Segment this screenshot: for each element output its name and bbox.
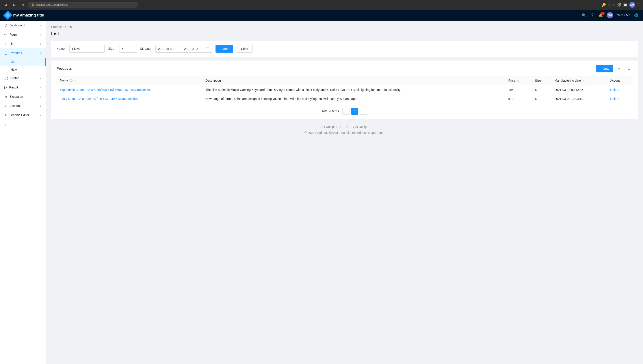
density-icon[interactable]: ⚙ bbox=[625, 65, 632, 72]
user-name[interactable]: Serati Ma bbox=[617, 14, 630, 17]
app-header: my amazing title 🔍 ❓ 🔔 11 SM Serati Ma 🌐 bbox=[0, 10, 643, 21]
reload-button[interactable]: ↻ bbox=[19, 2, 26, 8]
notification-badge: 11 bbox=[600, 12, 605, 15]
breadcrumb-parent[interactable]: Products bbox=[51, 25, 63, 28]
sort-icon-name[interactable]: ⇅ bbox=[74, 79, 76, 82]
pagination: Total 4 items ‹ 1 › bbox=[56, 108, 632, 115]
sidebar-item-graphic-editor[interactable]: ✏ Graphic Editor ∨ bbox=[0, 110, 46, 120]
url-text: localhost:8001/products/list bbox=[36, 3, 68, 6]
date-to-input[interactable] bbox=[184, 47, 204, 50]
search-button[interactable]: Search bbox=[216, 45, 233, 52]
cell-mfg-date-1: 2021-03-18 00:12:35 bbox=[551, 86, 607, 94]
chevron-down-icon: ∨ bbox=[40, 24, 41, 27]
notification-wrapper[interactable]: 🔔 11 bbox=[598, 13, 603, 18]
col-price-label: Price bbox=[508, 79, 515, 82]
col-header-mfg-date: Manufacturing date ⇅ bbox=[551, 76, 607, 86]
profile-icon: ◯ bbox=[5, 76, 8, 80]
col-header-price: Price ⇅ bbox=[505, 76, 532, 86]
prev-page-button[interactable]: ‹ bbox=[342, 108, 349, 115]
filter-group-size: Size： bbox=[108, 45, 137, 52]
browser-chrome: ◀ ▶ ↻ 🔒 localhost:8001/products/list 🔑 ▷… bbox=[0, 0, 643, 10]
page-1-button[interactable]: 1 bbox=[351, 108, 358, 115]
cell-actions-2: Delete bbox=[607, 94, 632, 104]
exception-icon: ⚠ bbox=[5, 95, 7, 98]
app-body: ⬡ Dashboard ∨ ✏ Form ∨ ⊞ List ∨ ◫ Produc… bbox=[0, 21, 643, 364]
table-header: Products + New ≡ ⚙ bbox=[56, 65, 632, 72]
sidebar-item-left: ▷ Result bbox=[5, 86, 18, 89]
lock-icon: 🔒 bbox=[31, 3, 34, 6]
sidebar-label-profile: Profile bbox=[10, 76, 19, 80]
name-filter-input[interactable] bbox=[69, 45, 105, 52]
translate-icon[interactable]: 🌐 bbox=[634, 13, 638, 18]
column-settings-icon[interactable]: ≡ bbox=[616, 65, 623, 72]
extension-icon[interactable]: 🔲 bbox=[623, 3, 627, 7]
sidebar-item-profile[interactable]: ◯ Profile ∨ bbox=[0, 74, 46, 83]
sidebar-sub-item-new[interactable]: New bbox=[0, 66, 46, 74]
delete-button-1[interactable]: Delete bbox=[610, 88, 619, 92]
sidebar-item-products[interactable]: ◫ Products ∧ bbox=[0, 48, 46, 58]
sidebar-item-dashboard[interactable]: ⬡ Dashboard ∨ bbox=[0, 21, 46, 30]
sidebar: ⬡ Dashboard ∨ ✏ Form ∨ ⊞ List ∨ ◫ Produc… bbox=[0, 21, 46, 364]
date-from-input[interactable] bbox=[158, 47, 178, 50]
browser-profile-avatar[interactable]: SM bbox=[629, 2, 635, 8]
sidebar-sub-item-list[interactable]: List bbox=[0, 58, 46, 66]
chevron-down-icon: ∨ bbox=[40, 33, 41, 36]
breadcrumb-separator: / bbox=[65, 25, 66, 28]
footer-links: Ant Design Pro ⊙ Ant Design bbox=[56, 124, 632, 129]
sidebar-item-left: ◫ Products bbox=[5, 51, 22, 55]
sidebar-item-account[interactable]: ◎ Account ∨ bbox=[0, 101, 46, 110]
page-title: List bbox=[51, 31, 638, 36]
sidebar-item-form[interactable]: ✏ Form ∨ bbox=[0, 30, 46, 39]
back-button[interactable]: ◀ bbox=[3, 2, 9, 8]
chevron-down-icon: ∨ bbox=[40, 114, 41, 117]
collapse-button[interactable]: ≡ bbox=[5, 124, 7, 127]
sidebar-label-form: Form bbox=[10, 33, 17, 36]
cell-actions-1: Delete bbox=[607, 86, 632, 94]
new-button[interactable]: + New bbox=[596, 65, 613, 72]
table-title: Products bbox=[56, 67, 72, 71]
next-page-button[interactable]: › bbox=[360, 108, 367, 115]
cell-size-2: 6 bbox=[532, 94, 551, 104]
col-description-label: Description bbox=[205, 79, 221, 82]
sidebar-item-list[interactable]: ⊞ List ∨ bbox=[0, 39, 46, 48]
delete-button-2[interactable]: Delete bbox=[610, 97, 619, 100]
star-icon[interactable]: ☆ bbox=[612, 3, 615, 7]
footer-copyright: © 2022 Produced by Ant Financial Experie… bbox=[56, 131, 632, 134]
forward-button[interactable]: ▶ bbox=[11, 2, 17, 8]
clear-button[interactable]: Clear bbox=[237, 45, 253, 52]
size-filter-input[interactable] bbox=[119, 45, 137, 52]
chevron-down-icon: ∨ bbox=[40, 42, 41, 45]
col-name-label: Name bbox=[60, 78, 68, 82]
sidebar-item-exception[interactable]: ⚠ Exception ∨ bbox=[0, 92, 46, 101]
sidebar-item-result[interactable]: ▷ Result ∨ bbox=[0, 83, 46, 92]
cell-size-1: 6 bbox=[532, 86, 551, 94]
sidebar-item-left: ✏ Graphic Editor bbox=[5, 113, 29, 117]
chevron-down-icon: ∨ bbox=[40, 104, 41, 108]
sort-icon-price[interactable]: ⇅ bbox=[517, 80, 519, 82]
col-header-name: Name ⓘ ⇅ bbox=[56, 76, 202, 86]
sort-icon-mfg-date[interactable]: ⇅ bbox=[583, 80, 585, 82]
key-icon[interactable]: 🔑 bbox=[601, 3, 606, 7]
footer-link-ant-design-pro[interactable]: Ant Design Pro bbox=[320, 125, 341, 128]
puzzle-icon[interactable]: 🧩 bbox=[617, 3, 621, 7]
footer-link-ant-design[interactable]: Ant Design bbox=[353, 125, 368, 128]
cast-icon[interactable]: ▷ bbox=[608, 3, 610, 7]
table-header-row: Name ⓘ ⇅ Description Price ⇅ bbox=[56, 76, 632, 86]
dashboard-icon: ⬡ bbox=[5, 23, 7, 27]
search-icon[interactable]: 🔍 bbox=[582, 13, 586, 18]
github-icon[interactable]: ⊙ bbox=[345, 124, 349, 129]
product-name-link-1[interactable]: Ergonomic Cotton Pizza 8e6af40a-510f-450… bbox=[60, 88, 150, 92]
sidebar-label-exception: Exception bbox=[10, 95, 23, 98]
help-icon[interactable]: ❓ bbox=[590, 13, 594, 18]
sidebar-sub-label-new: New bbox=[11, 68, 17, 71]
menu-icon[interactable]: ⋮ bbox=[637, 3, 640, 7]
cell-price-2: 573 bbox=[505, 94, 532, 104]
sidebar-item-left: ✏ Form bbox=[5, 32, 17, 36]
info-icon: ⓘ bbox=[70, 79, 73, 82]
data-table: Name ⓘ ⇅ Description Price ⇅ bbox=[56, 76, 632, 103]
product-name-link-2[interactable]: Tasty Metal Pizza ef3cff73-fefc-4c32-9c5… bbox=[60, 97, 138, 100]
breadcrumb: Products / List bbox=[51, 25, 638, 28]
date-range-picker[interactable]: → 📅 bbox=[155, 45, 212, 52]
address-bar[interactable]: 🔒 localhost:8001/products/list bbox=[28, 2, 138, 8]
chevron-down-icon: ∨ bbox=[40, 95, 41, 98]
